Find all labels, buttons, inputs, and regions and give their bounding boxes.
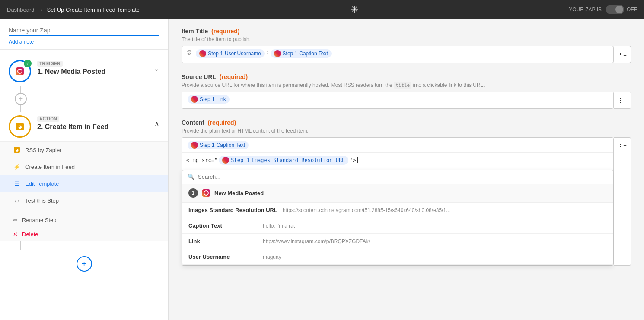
content-top-row: Step 1 Caption Text: [182, 138, 613, 153]
source-url-input-wrap[interactable]: Step 1 Link: [182, 92, 614, 109]
trigger-step-info: TRIGGER 1. New Media Posted: [37, 60, 154, 76]
trigger-step-row[interactable]: ✓ TRIGGER 1. New Media Posted ⌄: [0, 57, 168, 86]
token-ig-icon-img: [222, 157, 229, 164]
token-link: Step 1 Link: [188, 95, 230, 104]
zap-name-input[interactable]: [9, 25, 159, 36]
submenu-rename[interactable]: ✏ Rename Step: [0, 213, 168, 227]
source-url-label: Source URL (required): [182, 73, 631, 80]
trigger-step-title: 1. New Media Posted: [37, 68, 154, 76]
add-final-step-area: +: [0, 250, 168, 279]
right-panel: Item Title (required) The title of the i…: [169, 19, 644, 320]
dashboard-link[interactable]: Dashboard: [7, 6, 35, 13]
connector-line-2: [20, 105, 21, 112]
token-images-url: Step 1 Images Standard Resolution URL: [219, 156, 348, 165]
dropdown-item-value-1: hello, i'm a rat: [263, 223, 295, 229]
title-code: title: [394, 82, 411, 89]
submenu-edit-template[interactable]: ☰ Edit Template: [0, 175, 168, 192]
breadcrumb-arrow: →: [38, 6, 44, 13]
content-options-btn[interactable]: ⋮=: [614, 137, 631, 266]
add-note-link[interactable]: Add a note: [9, 39, 159, 45]
submenu-rss[interactable]: ◕ RSS by Zapier: [0, 142, 168, 158]
instagram-trigger-icon: [16, 67, 24, 75]
zap-toggle[interactable]: OFF: [606, 5, 637, 14]
action-submenu: ◕ RSS by Zapier ⚡ Create Item in Feed ☰ …: [0, 141, 168, 241]
rename-label: Rename Step: [22, 217, 57, 223]
rss-action-icon: ◕: [16, 123, 24, 130]
text-cursor: [357, 157, 358, 163]
submenu-test-step-label: Test this Step: [25, 197, 59, 204]
action-chevron-icon: ∧: [154, 115, 159, 128]
zap-name-section: Add a note: [0, 19, 168, 50]
submenu-rss-icon: ◕: [13, 146, 21, 154]
group-number: 1: [188, 188, 198, 198]
step-connector-area: +: [0, 86, 168, 112]
group-ig-icon: [202, 189, 210, 197]
page-title: Set Up Create Item in Feed Template: [47, 6, 140, 13]
submenu-create-item[interactable]: ⚡ Create Item in Feed: [0, 158, 168, 175]
rss-small-icon: ◕: [14, 147, 20, 153]
submenu-test-step[interactable]: ▱ Test this Step: [0, 192, 168, 209]
dropdown-item-value-2: https://www.instagram.com/p/BRQPXZGDFAk/: [263, 238, 370, 244]
dropdown-item-name-1: Caption Text: [188, 222, 258, 229]
topbar: Dashboard → Set Up Create Item in Feed T…: [0, 0, 644, 19]
token-ig-icon-1: [199, 50, 206, 57]
dropdown-group-header: 1 New Media Posted: [182, 184, 613, 203]
item-title-options-btn[interactable]: ⋮=: [614, 46, 631, 63]
action-step-title: 2. Create Item in Feed: [37, 123, 154, 131]
rename-icon: ✏: [13, 217, 18, 223]
field-dropdown: 🔍 1 New Media Posted Images Standard Res…: [182, 170, 613, 265]
action-step-row[interactable]: ◕ ACTION 2. Create Item in Feed ∧: [0, 112, 168, 141]
add-step-button-1[interactable]: +: [15, 93, 27, 105]
dropdown-item-3[interactable]: User Username maguay: [182, 249, 613, 265]
source-url-options-btn[interactable]: ⋮=: [614, 92, 631, 109]
submenu-create-item-label: Create Item in Feed: [25, 164, 75, 170]
trigger-chevron-icon: ⌄: [154, 60, 159, 73]
toggle-track[interactable]: [606, 5, 624, 14]
submenu-rss-label: RSS by Zapier: [25, 147, 62, 153]
submenu-edit-template-label: Edit Template: [25, 181, 59, 187]
content-required: (required): [208, 119, 236, 126]
submenu-lightning-icon: ⚡: [13, 163, 21, 171]
dropdown-item-0[interactable]: Images Standard Resolution URL https://s…: [182, 203, 613, 218]
submenu-delete[interactable]: ✕ Delete: [0, 227, 168, 241]
token-caption-text-title: Step 1 Caption Text: [271, 49, 332, 58]
bottom-connector-area: [0, 241, 168, 250]
token-caption-text-content: Step 1 Caption Text: [188, 141, 249, 149]
dropdown-item-name-3: User Username: [188, 253, 258, 260]
options-icon-1: ⋮=: [618, 51, 627, 58]
trigger-step-icon-wrap: ✓: [9, 60, 31, 82]
source-url-desc: Provide a source URL for where this item…: [182, 82, 631, 88]
content-input-wrap[interactable]: Step 1 Caption Text <img src=" Step 1 Im…: [182, 137, 614, 266]
item-title-label: Item Title (required): [182, 28, 631, 35]
item-title-required: (required): [211, 28, 239, 35]
submenu-divider: [9, 211, 159, 211]
item-title-field: Item Title (required) The title of the i…: [182, 28, 631, 63]
dropdown-search-input[interactable]: [198, 174, 608, 180]
token-user-username: Step 1 User Username: [196, 49, 265, 58]
trigger-tag: TRIGGER: [37, 61, 63, 67]
dropdown-item-name-0: Images Standard Resolution URL: [188, 207, 277, 213]
dropdown-item-1[interactable]: Caption Text hello, i'm a rat: [182, 218, 613, 234]
at-icon: @: [186, 49, 192, 55]
action-step-info: ACTION 2. Create Item in Feed: [37, 115, 154, 131]
search-icon: 🔍: [188, 174, 194, 180]
bottom-connector-line: [20, 241, 21, 250]
dropdown-item-2[interactable]: Link https://www.instagram.com/p/BRQPXZG…: [182, 234, 613, 249]
toggle-knob: [615, 6, 623, 13]
toggle-state-label: OFF: [627, 6, 637, 13]
submenu-lines-icon: ☰: [13, 180, 21, 187]
options-icon-3: ⋮=: [618, 141, 627, 148]
item-title-input-wrap[interactable]: @ Step 1 User Username : Step 1 Caption …: [182, 46, 614, 63]
token-colon: :: [267, 49, 268, 55]
dropdown-item-value-0: https://scontent.cdninstagram.com/t51.28…: [283, 207, 450, 213]
zap-is-label: YOUR ZAP IS: [569, 6, 602, 13]
action-tag: ACTION: [37, 116, 59, 122]
source-url-field: Source URL (required) Provide a source U…: [182, 73, 631, 109]
content-desc: Provide the plain text or HTML content o…: [182, 128, 631, 134]
dropdown-item-name-2: Link: [188, 238, 258, 244]
content-field: Content (required) Provide the plain tex…: [182, 119, 631, 266]
source-url-required: (required): [220, 73, 248, 80]
submenu-test-icon: ▱: [13, 196, 21, 204]
add-final-step-button[interactable]: +: [77, 256, 92, 272]
token-ig-icon-2: [274, 50, 281, 57]
